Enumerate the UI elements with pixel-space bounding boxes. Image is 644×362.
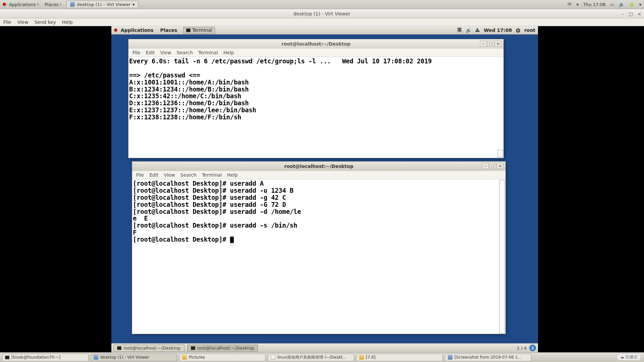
guest-top-panel: Applications Places Terminal 英 🔊 🖧 Wed 1… [111, 26, 538, 35]
menu-file[interactable]: File [3, 19, 11, 25]
terminal-icon [5, 356, 9, 359]
terminal-output[interactable]: Every 6.0s: tail -n 6 /etc/passwd /etc/g… [128, 57, 503, 121]
folder-icon [359, 355, 364, 360]
menu-file[interactable]: File [136, 172, 144, 178]
user-label[interactable]: root [524, 27, 535, 33]
guest-task-terminal[interactable]: Terminal [183, 27, 215, 34]
label: root@localhost:~/Desktop [123, 346, 181, 351]
display-icon [94, 355, 98, 360]
label: [7.6] [366, 355, 375, 360]
chevron-down-icon: ▾ [577, 2, 579, 7]
volume-icon[interactable]: 🔊 [466, 28, 471, 33]
battery-icon[interactable]: 🔋 [629, 2, 634, 7]
scrollbar-thumb[interactable] [497, 150, 503, 157]
label: Places [160, 27, 177, 33]
menu-sendkey[interactable]: Send key [35, 19, 56, 25]
taskbar-button-gedit[interactable]: linux添加用户及权限管理 (~/Deskt... [268, 354, 354, 361]
terminal-icon [117, 346, 121, 350]
menu-terminal[interactable]: Terminal [202, 172, 222, 178]
host-tray: 中▾ Thu 17:08 ▭ 🔊 🔋 ▾ [568, 1, 641, 7]
label: Places [45, 2, 58, 7]
close-button[interactable]: × [495, 41, 501, 47]
menu-search[interactable]: Search [180, 172, 197, 178]
terminal-menubar: File Edit View Search Terminal Help [132, 171, 505, 179]
host-places-menu[interactable]: Places▾ [42, 0, 64, 9]
label: Applications [9, 2, 36, 7]
taskbar-button-pictures[interactable]: Pictures [179, 354, 266, 361]
guest-clock[interactable]: Wed 17:08 [484, 27, 512, 33]
scrollbar-track[interactable] [499, 180, 505, 334]
guest-applications-menu[interactable]: Applications [117, 26, 157, 35]
label: Terminal [192, 27, 212, 33]
activities-icon [114, 28, 117, 32]
terminal-window-shell[interactable]: root@localhost:~/Desktop – □ × File Edit… [132, 161, 506, 334]
terminal-menubar: File Edit View Search Terminal Help [128, 49, 503, 57]
guest-desktop: Applications Places Terminal 英 🔊 🖧 Wed 1… [0, 26, 644, 352]
taskbar-button-virtviewer[interactable]: desktop (1) - Virt Viewer [91, 354, 177, 361]
taskbar-button-76[interactable]: [7.6] [356, 354, 443, 361]
menu-terminal[interactable]: Terminal [198, 50, 218, 55]
close-button[interactable]: × [638, 11, 641, 16]
close-button[interactable]: × [497, 163, 503, 169]
taskbar-button-screenshot[interactable]: [Screenshot from 2019-07-06 1... [445, 354, 531, 361]
menu-view[interactable]: View [17, 19, 28, 25]
terminal-icon [186, 28, 191, 32]
virt-viewer-window: desktop (1) - Virt Viewer – □ × File Vie… [0, 9, 644, 352]
chevron-down-icon: ▾ [639, 2, 641, 7]
menu-help[interactable]: Help [223, 50, 234, 55]
terminal-titlebar[interactable]: root@localhost:~/Desktop – □ × [132, 162, 505, 171]
display-icon[interactable]: ▭ [610, 2, 614, 7]
menu-edit[interactable]: Edit [149, 172, 158, 178]
minimize-button[interactable]: – [480, 41, 487, 47]
terminal-titlebar[interactable]: root@localhost:~/Desktop – □ × [128, 39, 503, 49]
taskbar-button-terminal-1[interactable]: root@localhost:~/Desktop [113, 345, 184, 352]
guest-places-menu[interactable]: Places [157, 26, 181, 35]
folder-icon [182, 355, 187, 360]
label: root@localhost:~/Desktop [197, 346, 255, 351]
menu-view[interactable]: View [160, 50, 171, 55]
menu-help[interactable]: Help [227, 172, 238, 178]
taskbar-button-terminal-2[interactable]: root@localhost:~/Desktop [187, 345, 258, 352]
cloud-icon: ☁ [620, 355, 624, 359]
menu-view[interactable]: View [164, 172, 175, 178]
ime-indicator[interactable]: 中 [568, 1, 572, 7]
display-icon [70, 2, 75, 7]
brand-watermark: ☁ 亿速云 [616, 353, 641, 361]
window-title: root@localhost:~/Desktop [281, 41, 351, 47]
volume-icon[interactable]: 🔊 [619, 2, 624, 7]
maximize-button[interactable]: □ [487, 41, 494, 47]
host-task-virtviewer[interactable]: desktop (1) – Virt Viewer ▾ [66, 1, 139, 8]
network-icon[interactable]: 🖧 [475, 28, 480, 33]
menu-search[interactable]: Search [177, 50, 193, 55]
menu-edit[interactable]: Edit [146, 50, 155, 55]
label: desktop (1) – Virt Viewer [77, 2, 130, 7]
workspace-text: 1 / 4 [517, 346, 527, 351]
host-bottom-taskbar: [kiosk@foundation70:~] desktop (1) - Vir… [0, 352, 644, 362]
ime-indicator[interactable]: 英 [457, 27, 462, 33]
host-top-panel: Applications▾ Places▾ desktop (1) – Virt… [0, 0, 644, 9]
power-icon[interactable]: ⏻ [516, 28, 520, 33]
virt-viewer-titlebar[interactable]: desktop (1) - Virt Viewer – □ × [0, 9, 644, 18]
label: [Screenshot from 2019-07-06 1... [454, 355, 522, 360]
workspace-badge[interactable]: 1 [529, 345, 536, 351]
maximize-button[interactable]: □ [489, 163, 496, 169]
window-title: root@localhost:~/Desktop [284, 164, 354, 169]
menu-file[interactable]: File [132, 50, 140, 55]
letterbox-right [538, 26, 644, 343]
menu-help[interactable]: Help [62, 19, 73, 25]
chevron-down-icon: ▾ [60, 3, 61, 6]
terminal-window-watch[interactable]: root@localhost:~/Desktop – □ × File Edit… [128, 39, 504, 158]
maximize-button[interactable]: □ [629, 11, 633, 16]
terminal-output[interactable]: [root@localhost Desktop]# useradd A [roo… [132, 179, 505, 244]
host-clock[interactable]: Thu 17:08 [583, 2, 605, 7]
minimize-button[interactable]: – [482, 163, 489, 169]
letterbox-left [0, 26, 111, 343]
chevron-down-icon: ▾ [132, 2, 135, 7]
host-applications-menu[interactable]: Applications▾ [6, 0, 42, 9]
minimize-button[interactable]: – [622, 11, 624, 16]
taskbar-button-kiosk-terminal[interactable]: [kiosk@foundation70:~] [2, 354, 89, 361]
label: desktop (1) - Virt Viewer [100, 355, 149, 360]
label: Pictures [189, 355, 205, 360]
guest-bottom-taskbar: root@localhost:~/Desktop root@localhost:… [111, 343, 538, 352]
virt-viewer-menubar: File View Send key Help [0, 18, 644, 26]
